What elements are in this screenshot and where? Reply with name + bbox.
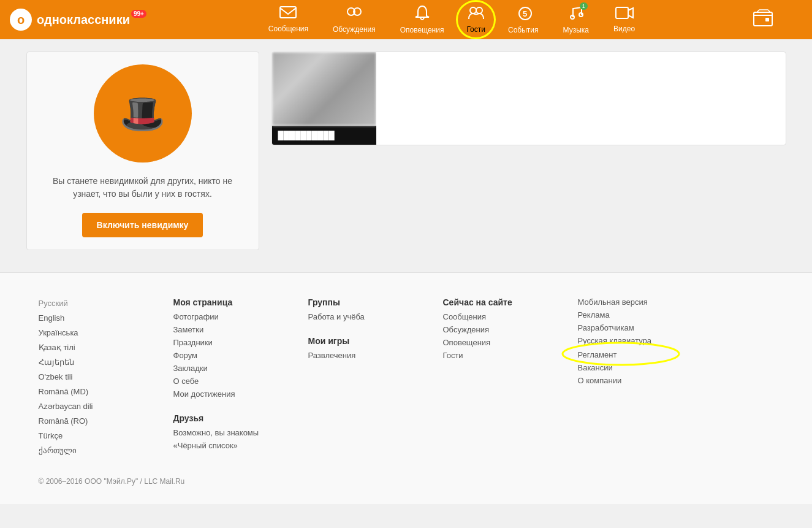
footer-company-link[interactable]: О компании [578,376,700,385]
footer-groups-title[interactable]: Группы [308,297,406,307]
footer-onsite-discussions[interactable]: Обсуждения [443,325,541,334]
logo-badge: 99+ [131,10,146,18]
footer-onsite-messages[interactable]: Сообщения [443,312,541,321]
guests-icon [468,6,485,24]
lang-turkish[interactable]: Türkçe [39,430,137,441]
nav-events[interactable]: 5 События [496,0,551,39]
lang-georgian[interactable]: ქართული [39,445,137,456]
lang-kazakh[interactable]: Қазақ тілі [39,342,137,353]
main-content: 🎩 Вы станете невидимкой для других, никт… [0,39,812,272]
lang-azerbaijani[interactable]: Azərbaycan dili [39,400,137,411]
svg-rect-10 [754,12,772,26]
lang-romanian-md[interactable]: Română (MD) [39,386,137,397]
avatar-hat-icon: 🎩 [120,92,165,136]
footer-ads-link[interactable]: Реклама [578,310,700,319]
guest-name: ██████████ [272,126,376,145]
footer: Русский English Українська Қазақ тілі Հա… [0,272,812,504]
footer-developers-link[interactable]: Разработчикам [578,323,700,332]
guests-label: Гости [466,25,485,34]
lang-uzbek[interactable]: O'zbek tili [39,371,137,382]
nav-notifications[interactable]: Оповещения [388,0,457,39]
notifications-icon [415,5,430,25]
footer-keyboard-link[interactable]: Русская клавиатура [578,336,700,345]
svg-rect-9 [616,7,628,18]
footer-languages: Русский English Українська Қазақ тілі Հա… [39,297,137,465]
footer-reglament-link[interactable]: Регламент [578,350,617,359]
video-icon [615,6,634,23]
music-badge: 1 [580,2,588,10]
enable-invisible-button[interactable]: Включить невидимку [82,213,203,237]
logo-icon: о [10,9,32,31]
guest-photo [272,52,376,126]
video-label: Видео [613,25,635,33]
svg-point-3 [470,7,476,13]
footer-my-games-title[interactable]: Мои игры [308,336,406,346]
footer-right-col: Мобильная версия Реклама Разработчикам Р… [578,297,700,465]
music-icon: 1 [568,5,584,25]
footer-friends-title[interactable]: Друзья [173,413,271,423]
footer-onsite-notifications[interactable]: Оповещения [443,338,541,347]
footer-entertainment-link[interactable]: Развлечения [308,351,406,360]
svg-rect-0 [280,7,296,18]
nav-guests[interactable]: Гости [456,0,496,39]
footer-blacklist-link[interactable]: «Чёрный список» [173,441,271,450]
footer-my-page: Моя страница Фотографии Заметки Праздник… [173,297,271,465]
footer-on-site-title: Сейчас на сайте [443,297,541,307]
svg-point-4 [476,7,482,13]
logo-area[interactable]: о одноклассники 99+ [10,9,150,31]
lang-armenian[interactable]: Հայերեն [39,356,137,367]
footer-photos-link[interactable]: Фотографии [173,312,271,321]
footer-mobile-link[interactable]: Мобильная версия [578,297,700,307]
main-nav: Сообщения Обсуждения Оповещения [150,0,753,39]
svg-text:5: 5 [523,9,527,18]
lang-ukrainian[interactable]: Українська [39,327,137,338]
notifications-label: Оповещения [400,26,444,34]
avatar: 🎩 [94,64,192,163]
footer-vacancies-link[interactable]: Вакансии [578,363,700,372]
footer-my-page-title[interactable]: Моя страница [173,297,271,307]
svg-rect-11 [765,18,769,21]
footer-onsite-guests[interactable]: Гости [443,351,541,360]
wallet-icon[interactable] [753,9,773,30]
invisible-panel: 🎩 Вы станете невидимкой для других, никт… [26,52,259,250]
footer-on-site: Сейчас на сайте Сообщения Обсуждения Опо… [443,297,541,465]
music-label: Музыка [563,26,589,34]
nav-messages[interactable]: Сообщения [256,1,321,38]
footer-forum-link[interactable]: Форум [173,351,271,360]
guest-card-1[interactable]: ██████████ [271,52,786,145]
events-icon: 5 [514,5,533,25]
footer-notes-link[interactable]: Заметки [173,325,271,334]
footer-groups: Группы Работа и учёба Мои игры Развлечен… [308,297,406,465]
footer-about-link[interactable]: О себе [173,377,271,386]
lang-russian: Русский [39,297,137,308]
messages-label: Сообщения [268,25,308,33]
footer-work-study-link[interactable]: Работа и учёба [308,312,406,321]
nav-music[interactable]: 1 Музыка [551,0,601,39]
logo-text: одноклассники [37,13,130,27]
footer-maybe-know-link[interactable]: Возможно, вы знакомы [173,428,271,437]
lang-romanian-ro[interactable]: Română (RO) [39,415,137,426]
events-label: События [508,26,539,34]
reglament-wrapper: Регламент [578,350,617,359]
nav-video[interactable]: Видео [601,1,647,38]
discussions-label: Обсуждения [333,25,376,34]
discussions-icon [345,6,363,24]
header-right [753,9,802,30]
footer-achievements-link[interactable]: Мои достижения [173,389,271,399]
lang-english[interactable]: English [39,312,137,323]
footer-bookmarks-link[interactable]: Закладки [173,364,271,373]
guest-list: ██████████ [259,52,786,250]
invisible-description: Вы станете невидимкой для других, никто … [39,175,246,201]
messages-icon [279,6,297,23]
nav-discussions[interactable]: Обсуждения [321,1,388,39]
header: о одноклассники 99+ Сообщения Обсуждени [0,0,812,39]
footer-copyright: © 2006–2016 ООО "Мэйл.Ру" / LLC Mail.Ru [14,477,799,486]
footer-holidays-link[interactable]: Праздники [173,338,271,347]
